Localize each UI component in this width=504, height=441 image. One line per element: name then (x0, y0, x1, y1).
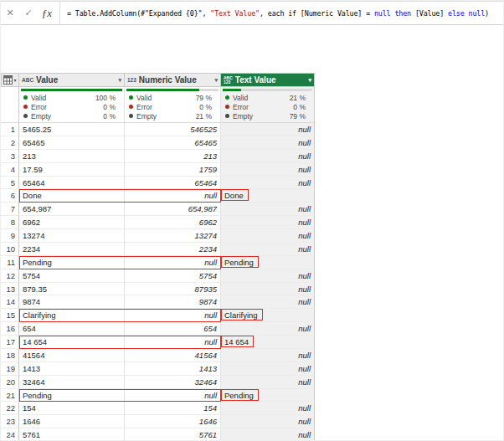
cell-value[interactable]: 65464 (19, 177, 125, 190)
row-number[interactable]: 3 (1, 150, 19, 163)
cell-text-value[interactable]: null (221, 376, 315, 389)
cell-value[interactable]: 1646 (19, 415, 125, 428)
cell-text-value[interactable]: null (221, 295, 315, 309)
cell-text-value[interactable]: null (221, 415, 315, 428)
cell-value[interactable]: 2234 (19, 243, 125, 256)
cell-numeric-value[interactable]: 1413 (125, 362, 221, 376)
cell-value[interactable]: Clarifying (19, 309, 125, 322)
row-number[interactable]: 21 (1, 389, 19, 403)
cell-text-value[interactable]: null (221, 269, 315, 283)
formula-input[interactable]: = Table.AddColumn(#"Expanded {0}", "Text… (67, 9, 503, 18)
cell-numeric-value[interactable]: 9874 (125, 295, 221, 309)
row-number[interactable]: 13 (1, 283, 19, 296)
row-number[interactable]: 16 (1, 322, 19, 336)
cell-value[interactable]: 213 (19, 150, 125, 163)
cell-numeric-value[interactable]: 1759 (125, 163, 221, 177)
cell-value[interactable]: 879.35 (19, 283, 125, 296)
row-number[interactable]: 24 (1, 428, 19, 441)
row-number[interactable]: 2 (1, 136, 19, 150)
row-number[interactable]: 14 (1, 295, 19, 309)
cell-text-value[interactable]: null (221, 322, 315, 336)
cell-text-value[interactable]: null (221, 150, 315, 163)
number-type-icon[interactable]: 123 (127, 78, 136, 83)
cell-text-value[interactable]: null (221, 243, 315, 256)
cell-text-value[interactable]: Done (221, 189, 315, 203)
row-number[interactable]: 4 (1, 163, 19, 177)
cancel-icon[interactable]: ✕ (1, 8, 19, 18)
cell-text-value[interactable]: 14 654 (221, 336, 315, 349)
filter-button[interactable]: ▾ (116, 77, 124, 84)
cell-text-value[interactable]: null (221, 229, 315, 243)
cell-value[interactable]: 17.59 (19, 163, 125, 177)
cell-numeric-value[interactable]: null (125, 256, 221, 269)
cell-value[interactable]: 654 (19, 322, 125, 336)
row-number[interactable]: 17 (1, 336, 19, 349)
any-type-icon[interactable]: ABC123 (224, 76, 233, 85)
cell-value[interactable]: 9874 (19, 295, 125, 309)
cell-value[interactable]: 13274 (19, 229, 125, 243)
row-number[interactable]: 11 (1, 256, 19, 269)
row-number[interactable]: 23 (1, 415, 19, 428)
cell-text-value[interactable]: null (221, 283, 315, 296)
cell-numeric-value[interactable]: 154 (125, 402, 221, 415)
cell-text-value[interactable]: Clarifying (221, 309, 315, 322)
row-number[interactable]: 8 (1, 216, 19, 229)
column-header-value[interactable]: ABCValue▾ (19, 74, 125, 87)
cell-numeric-value[interactable]: 654,987 (125, 203, 221, 216)
row-number[interactable]: 12 (1, 269, 19, 283)
row-number[interactable]: 9 (1, 229, 19, 243)
cell-text-value[interactable]: null (221, 428, 315, 441)
cell-numeric-value[interactable]: 87935 (125, 283, 221, 296)
cell-value[interactable]: 5761 (19, 428, 125, 441)
row-number[interactable]: 19 (1, 362, 19, 376)
row-number[interactable]: 10 (1, 243, 19, 256)
cell-value[interactable]: Pending (19, 389, 125, 403)
cell-numeric-value[interactable]: 5761 (125, 428, 221, 441)
cell-value[interactable]: 154 (19, 402, 125, 415)
cell-value[interactable]: 32464 (19, 376, 125, 389)
cell-value[interactable]: 65465 (19, 136, 125, 150)
column-header-text-value[interactable]: ABC123Text Value▾ (221, 74, 315, 87)
cell-text-value[interactable]: null (221, 362, 315, 376)
row-number[interactable]: 5 (1, 177, 19, 190)
column-header-numeric-value[interactable]: 123Numeric Value▾ (125, 74, 221, 87)
cell-value[interactable]: 654,987 (19, 203, 125, 216)
cell-value[interactable]: 41564 (19, 349, 125, 362)
cell-numeric-value[interactable]: null (125, 309, 221, 322)
cell-numeric-value[interactable]: 2234 (125, 243, 221, 256)
cell-value[interactable]: 1413 (19, 362, 125, 376)
cell-value[interactable]: 5754 (19, 269, 125, 283)
cell-text-value[interactable]: null (221, 123, 315, 136)
cell-numeric-value[interactable]: 41564 (125, 349, 221, 362)
cell-text-value[interactable]: null (221, 177, 315, 190)
cell-value[interactable]: 5465.25 (19, 123, 125, 136)
row-number[interactable]: 1 (1, 123, 19, 136)
cell-numeric-value[interactable]: 32464 (125, 376, 221, 389)
text-type-icon[interactable]: ABC (22, 78, 33, 83)
row-number[interactable]: 18 (1, 349, 19, 362)
check-icon[interactable]: ✓ (19, 8, 38, 18)
cell-text-value[interactable]: null (221, 163, 315, 177)
fx-icon[interactable]: ƒx (38, 7, 56, 20)
row-number[interactable]: 20 (1, 376, 19, 389)
cell-value[interactable]: Pending (19, 256, 125, 269)
cell-text-value[interactable]: null (221, 136, 315, 150)
cell-text-value[interactable]: null (221, 203, 315, 216)
cell-text-value[interactable]: null (221, 216, 315, 229)
table-menu-button[interactable]: ▾ (1, 74, 19, 87)
cell-numeric-value[interactable]: null (125, 389, 221, 403)
cell-numeric-value[interactable]: 65464 (125, 177, 221, 190)
cell-numeric-value[interactable]: 13274 (125, 229, 221, 243)
row-number[interactable]: 15 (1, 309, 19, 322)
cell-text-value[interactable]: null (221, 349, 315, 362)
cell-text-value[interactable]: Pending (221, 256, 315, 269)
cell-text-value[interactable]: null (221, 402, 315, 415)
row-number[interactable]: 6 (1, 189, 19, 203)
filter-button[interactable]: ▾ (306, 77, 314, 84)
cell-numeric-value[interactable]: 6962 (125, 216, 221, 229)
row-number[interactable]: 7 (1, 203, 19, 216)
cell-numeric-value[interactable]: null (125, 189, 221, 203)
cell-numeric-value[interactable]: 213 (125, 150, 221, 163)
filter-button[interactable]: ▾ (212, 77, 220, 84)
cell-numeric-value[interactable]: 65465 (125, 136, 221, 150)
